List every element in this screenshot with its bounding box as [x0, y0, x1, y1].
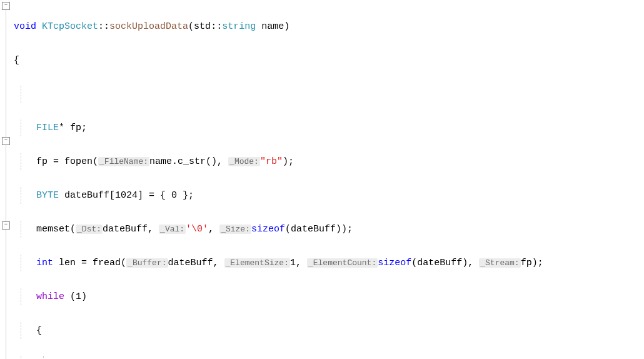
code-line: FILE* fp;	[14, 119, 644, 136]
inlay-hint: _Dst:	[76, 225, 103, 234]
code-line: {	[14, 52, 644, 69]
code-line: int len = fread(_Buffer:dateBuff, _Eleme…	[14, 255, 644, 271]
code-line: BYTE dateBuff[1024] = { 0 };	[14, 187, 644, 204]
char-literal: '\0'	[186, 224, 208, 235]
code-line: void KTcpSocket::sockUploadData(std::str…	[14, 18, 644, 35]
class-name: KTcpSocket	[42, 21, 98, 32]
fold-guide-line	[6, 9, 6, 359]
method-name: sockUploadData	[109, 21, 188, 32]
code-line: fp = fopen(_FileName:name.c_str(), _Mode…	[14, 153, 644, 170]
keyword-while: while	[36, 291, 64, 302]
type-string: string	[222, 21, 256, 32]
code-editor: void KTcpSocket::sockUploadData(std::str…	[0, 0, 644, 359]
inlay-hint: _Size:	[219, 225, 251, 234]
inlay-hint: _ElementSize:	[224, 258, 290, 268]
gutter	[0, 0, 11, 359]
code-line	[14, 86, 644, 103]
keyword-void: void	[14, 21, 36, 32]
code-line	[14, 356, 644, 359]
keyword-sizeof: sizeof	[378, 258, 411, 268]
code-line: while (1)	[14, 288, 644, 305]
fold-toggle-icon[interactable]	[2, 221, 10, 230]
code-line: memset(_Dst:dateBuff, _Val:'\0', _Size:s…	[14, 221, 644, 238]
keyword-sizeof: sizeof	[251, 224, 285, 235]
inlay-hint: _ElementCount:	[307, 258, 378, 268]
inlay-hint: _Stream:	[479, 258, 520, 268]
code-area[interactable]: void KTcpSocket::sockUploadData(std::str…	[11, 0, 644, 359]
func-memset: memset	[36, 224, 70, 235]
type-file: FILE	[36, 123, 59, 133]
inlay-hint: _FileName:	[98, 157, 149, 166]
string-literal: "rb"	[260, 156, 283, 167]
code-line: {	[14, 322, 644, 339]
inlay-hint: _Mode:	[228, 157, 260, 166]
fold-toggle-icon[interactable]	[2, 137, 10, 145]
func-fread: fread	[93, 258, 121, 268]
keyword-int: int	[36, 258, 53, 268]
func-fopen: fopen	[64, 156, 93, 167]
param-name: name	[256, 21, 284, 32]
type-byte: BYTE	[36, 190, 59, 201]
fold-toggle-icon[interactable]	[2, 2, 10, 10]
inlay-hint: _Buffer:	[126, 258, 168, 268]
inlay-hint: _Val:	[159, 225, 186, 234]
